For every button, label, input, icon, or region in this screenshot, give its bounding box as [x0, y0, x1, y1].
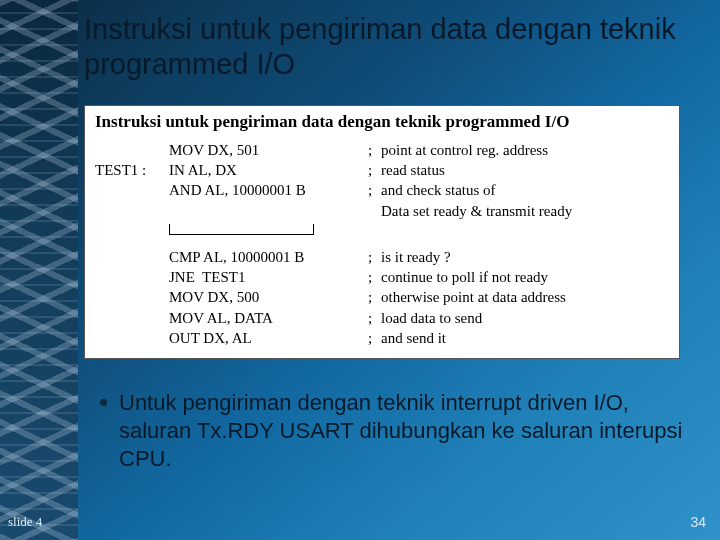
- slide-title: Instruksi untuk pengiriman data dengan t…: [84, 12, 702, 83]
- bullet-item: Untuk pengiriman dengan teknik interrupt…: [100, 389, 702, 473]
- figure-heading: Instruksi untuk pengiriman data dengan t…: [95, 112, 669, 132]
- page-number: 34: [690, 514, 706, 530]
- code-row: OUT DX, AL ; and send it: [95, 328, 669, 348]
- code-row: TEST1 : IN AL, DX ; read status: [95, 160, 669, 180]
- bullet-dot-icon: [100, 399, 107, 406]
- code-block-1: MOV DX, 501 ; point at control reg. addr…: [95, 140, 669, 348]
- bullet-text: Untuk pengiriman dengan teknik interrupt…: [119, 389, 702, 473]
- slide-label: slide 4: [8, 514, 42, 530]
- slide-content: Instruksi untuk pengiriman data dengan t…: [84, 12, 702, 473]
- code-row: Data set ready & transmit ready: [95, 201, 669, 221]
- code-row: CMP AL, 10000001 B ; is it ready ?: [95, 247, 669, 267]
- code-figure: Instruksi untuk pengiriman data dengan t…: [84, 105, 680, 359]
- code-row: MOV AL, DATA ; load data to send: [95, 308, 669, 328]
- code-row: MOV DX, 501 ; point at control reg. addr…: [95, 140, 669, 160]
- code-row: AND AL, 10000001 B ; and check status of: [95, 180, 669, 200]
- code-row: JNE TEST1 ; continue to poll if not read…: [95, 267, 669, 287]
- bracket-underline: [169, 221, 314, 235]
- code-row: MOV DX, 500 ; otherwise point at data ad…: [95, 287, 669, 307]
- dna-background-strip: [0, 0, 78, 540]
